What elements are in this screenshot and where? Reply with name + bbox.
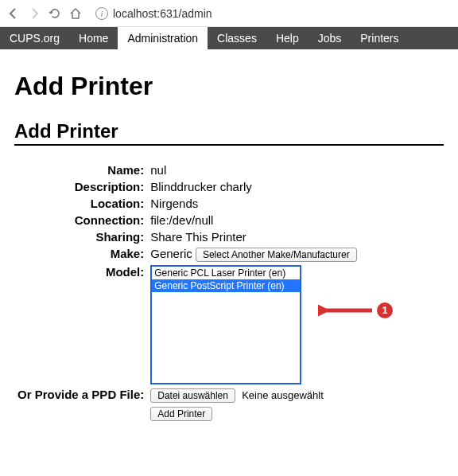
back-icon[interactable] (6, 6, 21, 21)
sharing-value: Share This Printer (147, 228, 359, 245)
nav-tab-printers[interactable]: Printers (351, 27, 408, 49)
nav-tabs: CUPS.org Home Administration Classes Hel… (0, 27, 458, 49)
location-value: Nirgends (147, 195, 359, 212)
ppd-label: Or Provide a PPD File: (14, 386, 147, 404)
page-title: Add Printer (14, 72, 444, 101)
model-select[interactable]: Generic PCL Laser Printer (en) Generic P… (150, 265, 301, 384)
nav-tab-administration[interactable]: Administration (118, 27, 208, 49)
reload-icon[interactable] (48, 6, 62, 21)
sharing-label: Sharing: (14, 228, 147, 245)
select-make-button[interactable]: Select Another Make/Manufacturer (196, 248, 357, 262)
description-label: Description: (14, 178, 147, 195)
model-label: Model: (14, 263, 147, 386)
connection-value: file:/dev/null (147, 212, 359, 228)
add-printer-button[interactable]: Add Printer (150, 407, 212, 421)
info-icon[interactable]: i (95, 7, 108, 20)
nav-tab-help[interactable]: Help (266, 27, 309, 49)
nav-tab-classes[interactable]: Classes (208, 27, 266, 49)
make-label: Make: (14, 245, 147, 263)
url-text: localhost:631/admin (113, 7, 212, 20)
name-value: nul (147, 162, 359, 178)
model-option[interactable]: Generic PostScript Printer (en) (152, 279, 300, 292)
browser-toolbar: i localhost:631/admin (0, 0, 458, 27)
location-label: Location: (14, 195, 147, 212)
address-bar[interactable]: i localhost:631/admin (89, 6, 452, 21)
home-icon[interactable] (68, 6, 83, 21)
model-option[interactable]: Generic PCL Laser Printer (en) (152, 267, 300, 279)
nav-tab-cups-org[interactable]: CUPS.org (0, 27, 69, 49)
file-choose-button[interactable]: Datei auswählen (150, 388, 235, 403)
printer-form: Name: nul Description: Blinddrucker char… (14, 162, 360, 423)
nav-tab-jobs[interactable]: Jobs (309, 27, 351, 49)
file-status: Keine ausgewählt (242, 389, 324, 401)
page-content: Add Printer Add Printer Name: nul Descri… (0, 49, 458, 437)
section-title: Add Printer (14, 120, 444, 146)
description-value: Blinddrucker charly (147, 178, 359, 195)
nav-tab-home[interactable]: Home (69, 27, 118, 49)
name-label: Name: (14, 162, 147, 178)
connection-label: Connection: (14, 212, 147, 228)
forward-icon[interactable] (27, 6, 41, 21)
make-value: Generic (150, 247, 192, 260)
